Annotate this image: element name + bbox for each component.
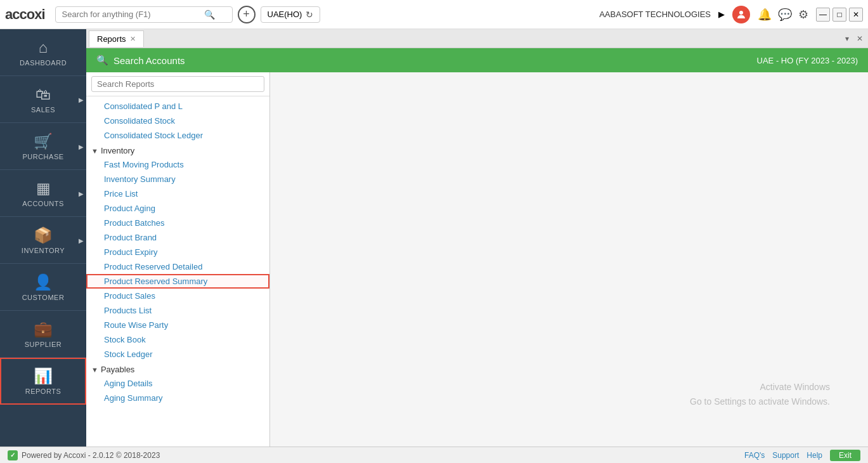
sidebar-label-accounts: ACCOUNTS bbox=[22, 200, 64, 207]
list-item-product-aging[interactable]: Product Aging bbox=[86, 201, 269, 216]
sidebar-item-supplier[interactable]: 💼 SUPPLIER bbox=[0, 311, 86, 358]
list-item-price-list[interactable]: Price List bbox=[86, 186, 269, 201]
list-item-consolidated-stock-ledger[interactable]: Consolidated Stock Ledger bbox=[86, 128, 269, 143]
accounts-icon: ▦ bbox=[36, 179, 51, 197]
list-item-product-sales[interactable]: Product Sales bbox=[86, 289, 269, 303]
list-item-stock-book[interactable]: Stock Book bbox=[86, 332, 269, 347]
list-item-stock-ledger[interactable]: Stock Ledger bbox=[86, 347, 269, 362]
watermark: Activate Windows Go to Settings to activ… bbox=[690, 380, 830, 408]
top-icons: 🔔 💬 ⚙ bbox=[758, 8, 808, 22]
search-reports-input[interactable] bbox=[91, 76, 264, 92]
branch-info: UAE - HO (FY 2023 - 2023) bbox=[757, 56, 858, 65]
sidebar: ⌂ DASHBOARD 🛍 SALES ▶ 🛒 PURCHASE ▶ ▦ ACC… bbox=[0, 29, 86, 447]
reports-body: Consolidated P and L Consolidated Stock … bbox=[86, 72, 868, 447]
refresh-icon[interactable]: ↻ bbox=[306, 10, 313, 20]
sidebar-item-dashboard[interactable]: ⌂ DASHBOARD bbox=[0, 29, 86, 76]
list-item-product-brand[interactable]: Product Brand bbox=[86, 230, 269, 245]
support-link[interactable]: Support bbox=[772, 451, 799, 460]
list-item-route-wise-party[interactable]: Route Wise Party bbox=[86, 318, 269, 332]
global-search[interactable]: 🔍 bbox=[55, 6, 233, 23]
left-panel: Consolidated P and L Consolidated Stock … bbox=[86, 72, 270, 447]
tab-reports[interactable]: Reports ✕ bbox=[89, 30, 144, 47]
company-name: AABASOFT TECHNOLOGIES bbox=[599, 10, 711, 19]
category-inventory[interactable]: ▼ Inventory bbox=[86, 143, 269, 157]
footer-logo: ✓ bbox=[8, 450, 18, 460]
category-inventory-label: Inventory bbox=[101, 146, 134, 155]
help-link[interactable]: Help bbox=[806, 451, 822, 460]
watermark-line1: Activate Windows bbox=[690, 380, 830, 394]
main-content: Reports ✕ ▾ ✕ 🔍 Search Accounts UAE - HO… bbox=[86, 29, 868, 447]
inventory-arrow: ▶ bbox=[79, 237, 84, 244]
branch-name: UAE(HO) bbox=[268, 10, 302, 19]
footer-right: FAQ's Support Help Exit bbox=[744, 450, 860, 461]
right-panel: Activate Windows Go to Settings to activ… bbox=[270, 72, 868, 447]
branch-selector[interactable]: UAE(HO) ↻ bbox=[261, 6, 321, 23]
sidebar-label-purchase: PURCHASE bbox=[22, 153, 63, 160]
list-item-aging-summary[interactable]: Aging Summary bbox=[86, 391, 269, 405]
app-logo: accoxi bbox=[5, 6, 45, 23]
reports-icon: 📊 bbox=[34, 367, 53, 385]
tab-close-all-button[interactable]: ✕ bbox=[854, 33, 865, 44]
search-reports-container bbox=[86, 72, 269, 96]
list-item-product-batches[interactable]: Product Batches bbox=[86, 216, 269, 230]
sidebar-label-sales: SALES bbox=[31, 106, 55, 114]
list-item-product-reserved-summary[interactable]: Product Reserved Summary bbox=[86, 274, 269, 289]
svg-point-0 bbox=[739, 11, 743, 15]
tab-label: Reports bbox=[97, 34, 126, 44]
sidebar-label-customer: CUSTOMER bbox=[22, 294, 65, 301]
avatar bbox=[732, 6, 750, 23]
faq-link[interactable]: FAQ's bbox=[744, 451, 765, 460]
add-button[interactable]: + bbox=[238, 6, 256, 23]
sidebar-label-inventory: INVENTORY bbox=[22, 247, 65, 254]
list-item-consolidated-p-l[interactable]: Consolidated P and L bbox=[86, 99, 269, 114]
minimize-button[interactable]: — bbox=[816, 8, 830, 22]
category-payables[interactable]: ▼ Payables bbox=[86, 362, 269, 376]
inventory-collapse-arrow: ▼ bbox=[91, 147, 98, 155]
company-arrow: ▶ bbox=[718, 10, 725, 19]
list-item-aging-details[interactable]: Aging Details bbox=[86, 376, 269, 391]
accounts-arrow: ▶ bbox=[79, 190, 84, 197]
footer: ✓ Powered by Accoxi - 2.0.12 © 2018-2023… bbox=[0, 447, 868, 463]
sidebar-label-reports: REPORTS bbox=[25, 388, 61, 395]
reports-header: 🔍 Search Accounts UAE - HO (FY 2023 - 20… bbox=[86, 48, 868, 72]
close-button[interactable]: ✕ bbox=[849, 8, 863, 22]
sales-arrow: ▶ bbox=[79, 96, 84, 103]
window-controls: — □ ✕ bbox=[816, 8, 863, 22]
top-bar: accoxi 🔍 + UAE(HO) ↻ AABASOFT TECHNOLOGI… bbox=[0, 0, 868, 29]
reports-header-left: 🔍 Search Accounts bbox=[96, 55, 185, 66]
maximize-button[interactable]: □ bbox=[832, 8, 846, 22]
sidebar-item-sales[interactable]: 🛍 SALES ▶ bbox=[0, 76, 86, 123]
message-icon[interactable]: 💬 bbox=[778, 8, 792, 22]
inventory-icon: 📦 bbox=[34, 226, 53, 244]
bell-icon[interactable]: 🔔 bbox=[758, 8, 772, 22]
search-icon: 🔍 bbox=[204, 10, 215, 20]
sidebar-item-purchase[interactable]: 🛒 PURCHASE ▶ bbox=[0, 123, 86, 170]
sidebar-item-reports[interactable]: 📊 REPORTS bbox=[0, 358, 86, 405]
sidebar-item-customer[interactable]: 👤 CUSTOMER bbox=[0, 264, 86, 311]
tree-container: Consolidated P and L Consolidated Stock … bbox=[86, 96, 269, 447]
dashboard-icon: ⌂ bbox=[39, 39, 48, 56]
tab-controls: ▾ ✕ bbox=[843, 33, 865, 44]
list-item-products-list[interactable]: Products List bbox=[86, 303, 269, 318]
search-input[interactable] bbox=[62, 10, 202, 19]
category-payables-label: Payables bbox=[101, 365, 134, 374]
tab-dropdown-button[interactable]: ▾ bbox=[843, 33, 852, 44]
sidebar-label-supplier: SUPPLIER bbox=[25, 341, 62, 348]
list-item-fast-moving[interactable]: Fast Moving Products bbox=[86, 157, 269, 172]
sidebar-item-inventory[interactable]: 📦 INVENTORY ▶ bbox=[0, 217, 86, 264]
settings-icon[interactable]: ⚙ bbox=[798, 8, 808, 22]
list-item-product-expiry[interactable]: Product Expiry bbox=[86, 245, 269, 259]
footer-left: ✓ Powered by Accoxi - 2.0.12 © 2018-2023 bbox=[8, 450, 160, 460]
purchase-icon: 🛒 bbox=[34, 133, 53, 150]
exit-button[interactable]: Exit bbox=[830, 450, 860, 461]
search-accounts-label: Search Accounts bbox=[113, 55, 185, 66]
tab-close-button[interactable]: ✕ bbox=[130, 35, 136, 43]
watermark-line2: Go to Settings to activate Windows. bbox=[690, 395, 830, 408]
list-item-inventory-summary[interactable]: Inventory Summary bbox=[86, 172, 269, 186]
sidebar-item-accounts[interactable]: ▦ ACCOUNTS ▶ bbox=[0, 170, 86, 217]
payables-collapse-arrow: ▼ bbox=[91, 366, 98, 374]
list-item-product-reserved-detailed[interactable]: Product Reserved Detailed bbox=[86, 259, 269, 274]
list-item-consolidated-stock[interactable]: Consolidated Stock bbox=[86, 114, 269, 128]
purchase-arrow: ▶ bbox=[79, 143, 84, 150]
sidebar-label-dashboard: DASHBOARD bbox=[20, 59, 67, 67]
